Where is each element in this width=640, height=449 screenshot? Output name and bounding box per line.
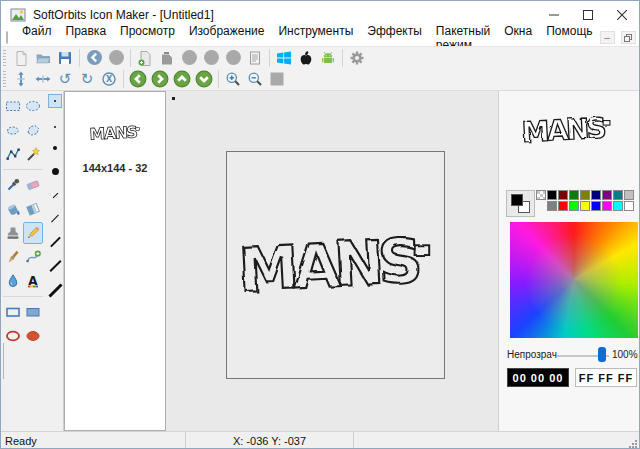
opacity-slider-handle[interactable] <box>598 347 606 362</box>
tool-text[interactable]: A <box>23 270 43 292</box>
tool-fill-bucket[interactable] <box>3 198 23 220</box>
shift-down-icon <box>195 70 213 88</box>
zoom-out-button[interactable] <box>244 69 266 89</box>
palette-swatch[interactable] <box>536 190 546 200</box>
palette-swatch[interactable] <box>613 190 623 200</box>
brush-line-option[interactable] <box>52 193 58 199</box>
brush-dot-option[interactable] <box>53 146 57 150</box>
palette-swatch[interactable] <box>580 190 590 200</box>
palette-swatch[interactable] <box>547 190 557 200</box>
tool-stamp[interactable] <box>3 222 23 244</box>
close-button[interactable] <box>605 1 639 29</box>
apple-export-button[interactable] <box>295 48 317 68</box>
tool-curve[interactable] <box>23 246 43 268</box>
icon-list-panel: MANS 144x144 - 32 <box>64 91 166 431</box>
tool-eyedropper[interactable] <box>3 174 23 196</box>
cursor-coordinates: X: -036 Y: -037 <box>186 432 354 449</box>
add-image-button[interactable] <box>134 48 156 68</box>
tool-polygon-lasso[interactable] <box>23 119 43 141</box>
svg-text:A: A <box>28 274 38 288</box>
disabled-action-button-3 <box>222 48 244 68</box>
toolbar-grip[interactable] <box>3 50 6 66</box>
brush-line-option[interactable] <box>50 237 61 248</box>
status-bar: Ready X: -036 Y: -037 <box>1 431 639 449</box>
child-minimize-button[interactable]: – <box>600 31 615 44</box>
settings-button[interactable] <box>346 48 368 68</box>
palette-swatch[interactable] <box>602 190 612 200</box>
drawing-canvas[interactable]: MANS <box>226 151 445 379</box>
test-icon-button[interactable] <box>244 48 266 68</box>
palette-swatch[interactable] <box>558 201 568 211</box>
foreground-color-swatch[interactable] <box>511 194 523 206</box>
icon-thumbnail[interactable]: MANS <box>88 120 142 146</box>
color-picker-gradient[interactable] <box>510 222 638 338</box>
tool-rectangle-outline[interactable] <box>3 301 23 323</box>
eyedropper-icon <box>5 177 21 193</box>
palette-swatch[interactable] <box>569 190 579 200</box>
tool-ellipse-filled[interactable] <box>23 325 43 347</box>
palette-swatch[interactable] <box>591 190 601 200</box>
open-button[interactable] <box>32 48 54 68</box>
shift-left-icon <box>129 70 147 88</box>
palette-swatch[interactable] <box>591 201 601 211</box>
rectangle-filled-icon <box>25 304 41 320</box>
rotate-cw-button[interactable]: ↻ <box>76 69 98 89</box>
zoom-out-icon <box>247 71 263 87</box>
new-document-icon <box>13 50 29 66</box>
brush-dot-option[interactable] <box>54 126 56 128</box>
resize-horizontal-button[interactable] <box>32 69 54 89</box>
toolbox-scrollbar[interactable] <box>3 343 4 379</box>
resize-vertical-icon <box>13 71 29 87</box>
tool-magic-wand[interactable] <box>23 143 43 165</box>
shift-right-button[interactable] <box>149 69 171 89</box>
tool-rect-select[interactable] <box>3 95 23 117</box>
tool-blur-drop[interactable] <box>3 270 23 292</box>
brush-line-option[interactable] <box>48 283 62 297</box>
status-message: Ready <box>1 432 186 449</box>
brush-line-option[interactable] <box>49 260 61 272</box>
resize-vertical-button[interactable] <box>10 69 32 89</box>
new-document-button[interactable] <box>10 48 32 68</box>
shift-up-button[interactable] <box>171 69 193 89</box>
brush-dot-option[interactable] <box>52 168 59 175</box>
brush-size-selected[interactable] <box>48 94 62 108</box>
tool-eraser[interactable] <box>23 174 43 196</box>
foreground-hex-value[interactable]: 00 00 00 <box>507 368 569 387</box>
tool-brush[interactable] <box>3 246 23 268</box>
tool-lasso[interactable] <box>3 119 23 141</box>
android-export-button[interactable] <box>317 48 339 68</box>
duplicate-image-button[interactable] <box>156 48 178 68</box>
blur-drop-icon <box>5 273 21 289</box>
tool-gradient[interactable] <box>23 198 43 220</box>
zoom-in-button[interactable] <box>222 69 244 89</box>
tool-path[interactable] <box>3 143 23 165</box>
palette-swatch[interactable] <box>558 190 568 200</box>
palette-swatch[interactable] <box>613 201 623 211</box>
toolbar-grip[interactable] <box>3 71 6 87</box>
shift-left-button[interactable] <box>127 69 149 89</box>
windows-logo-icon <box>276 50 292 66</box>
tool-pencil[interactable] <box>23 222 43 244</box>
shift-down-button[interactable] <box>193 69 215 89</box>
windows-export-button[interactable] <box>273 48 295 68</box>
undo-button[interactable] <box>83 48 105 68</box>
tool-ellipse-outline[interactable] <box>3 325 23 347</box>
tool-ellipse-select[interactable] <box>23 95 43 117</box>
resize-grip[interactable] <box>628 439 637 448</box>
palette-swatch[interactable] <box>624 201 634 211</box>
rotate-ccw-button[interactable]: ↺ <box>54 69 76 89</box>
brush-line-option[interactable] <box>51 215 59 223</box>
palette-swatch[interactable] <box>580 201 590 211</box>
save-button[interactable] <box>54 48 76 68</box>
palette-swatch[interactable] <box>602 201 612 211</box>
tool-rectangle-filled[interactable] <box>23 301 43 323</box>
palette-swatch[interactable] <box>624 190 634 200</box>
child-restore-button[interactable] <box>621 31 636 44</box>
palette-swatch[interactable] <box>547 201 557 211</box>
rotate-custom-button[interactable]: X <box>98 69 120 89</box>
svg-text:MANS: MANS <box>237 226 421 305</box>
palette-swatch[interactable] <box>569 201 579 211</box>
actual-size-button[interactable] <box>266 69 288 89</box>
fg-bg-color-widget[interactable] <box>506 190 535 217</box>
background-hex-value[interactable]: FF FF FF <box>575 368 637 387</box>
